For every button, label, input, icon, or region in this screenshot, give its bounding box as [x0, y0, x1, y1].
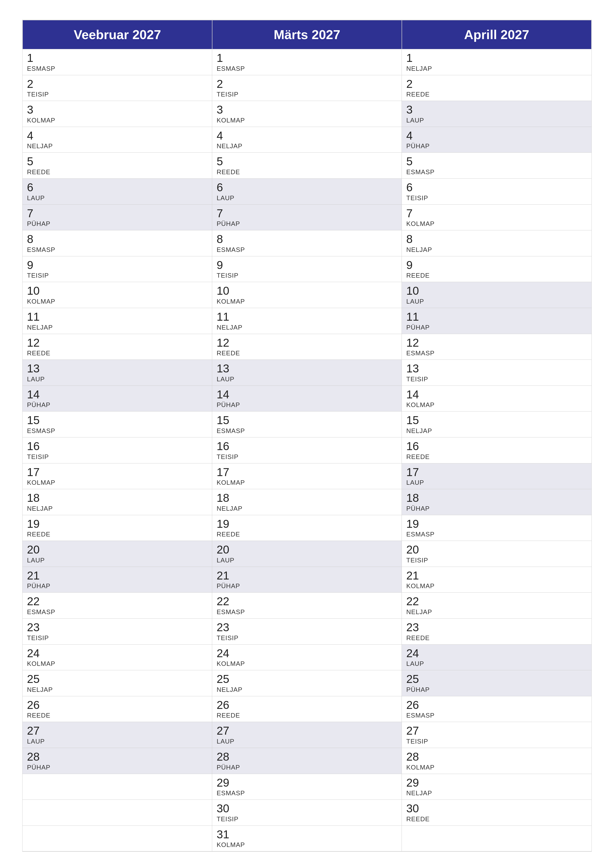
day-name: LAUP [217, 194, 397, 202]
day-name: NELJAP [406, 789, 587, 797]
day-name: ESMASP [217, 65, 397, 73]
day-name: TEISIP [217, 272, 397, 279]
day-number: 27 [406, 724, 587, 737]
day-name: KOLMAP [27, 660, 207, 668]
day-number: 19 [217, 518, 397, 530]
day-number: 28 [27, 750, 207, 763]
day-name: TEISIP [27, 272, 207, 279]
day-name: PÜHAP [27, 220, 207, 228]
day-number: 6 [217, 181, 397, 194]
day-cell: 25NELJAP [23, 670, 212, 696]
day-name: LAUP [406, 116, 587, 124]
day-name: NELJAP [406, 608, 587, 616]
calendar-icon: 7 [250, 867, 260, 868]
day-number: 23 [406, 621, 587, 634]
day-cell: 28PÜHAP [212, 748, 402, 774]
footer-area: 7 CALENDAR [22, 852, 592, 868]
day-cell: 12REEDE [212, 334, 402, 360]
day-name: KOLMAP [217, 116, 397, 124]
day-cell: 19REEDE [212, 515, 402, 541]
day-cell: 10KOLMAP [23, 282, 212, 308]
calendar-label: CALENDAR [263, 866, 364, 868]
day-cell: 27TEISIP [402, 722, 591, 748]
day-number: 22 [406, 595, 587, 608]
day-name: KOLMAP [406, 764, 587, 771]
day-number: 4 [27, 129, 207, 142]
day-name: PÜHAP [27, 582, 207, 590]
day-cell: 14PÜHAP [212, 386, 402, 412]
day-name: TEISIP [27, 91, 207, 98]
day-cell: 22ESMASP [212, 593, 402, 618]
day-number: 13 [217, 362, 397, 375]
day-name: NELJAP [406, 65, 587, 73]
day-name: ESMASP [217, 246, 397, 254]
day-number: 6 [27, 181, 207, 194]
day-name: TEISIP [406, 738, 587, 745]
day-cell: 4NELJAP [23, 127, 212, 153]
day-cell: 4PÜHAP [402, 127, 591, 153]
day-number: 8 [406, 233, 587, 245]
day-number: 5 [27, 155, 207, 168]
day-cell: 15ESMASP [23, 411, 212, 437]
day-name: TEISIP [217, 453, 397, 461]
day-name: NELJAP [27, 324, 207, 331]
day-number: 25 [406, 673, 587, 685]
day-number: 5 [217, 155, 397, 168]
day-name: LAUP [406, 660, 587, 668]
day-number: 3 [217, 104, 397, 116]
day-cell: 21KOLMAP [402, 567, 591, 593]
day-cell: 27LAUP [23, 722, 212, 748]
day-number: 25 [27, 673, 207, 685]
day-name: NELJAP [27, 686, 207, 694]
day-name: REEDE [27, 530, 207, 538]
day-cell: 12REEDE [23, 334, 212, 360]
day-name: NELJAP [217, 505, 397, 512]
day-name: PÜHAP [406, 142, 587, 150]
month-header-0: Veebruar 2027 [23, 20, 212, 49]
day-name: NELJAP [27, 142, 207, 150]
day-number: 29 [217, 777, 397, 789]
day-number: 18 [27, 491, 207, 504]
day-cell: 5REEDE [23, 153, 212, 179]
day-name: KOLMAP [27, 298, 207, 305]
day-number: 24 [406, 647, 587, 660]
day-cell: 28KOLMAP [402, 748, 591, 774]
day-number: 7 [406, 207, 587, 220]
day-name: KOLMAP [217, 660, 397, 668]
day-name: NELJAP [217, 686, 397, 694]
day-number: 15 [406, 414, 587, 426]
day-number: 26 [217, 699, 397, 711]
day-cell: 26REEDE [212, 696, 402, 722]
day-cell: 10LAUP [402, 282, 591, 308]
day-name: ESMASP [406, 349, 587, 357]
day-cell: 9REEDE [402, 256, 591, 282]
day-cell: 2REEDE [402, 75, 591, 101]
day-number: 18 [406, 491, 587, 504]
day-number: 3 [406, 104, 587, 116]
day-name: ESMASP [217, 789, 397, 797]
day-cell: 1ESMASP [212, 49, 402, 75]
day-cell: 21PÜHAP [212, 567, 402, 593]
day-number: 9 [217, 259, 397, 271]
day-name: TEISIP [27, 634, 207, 642]
day-cell: 1ESMASP [23, 49, 212, 75]
day-name: LAUP [217, 375, 397, 383]
day-cell: 3KOLMAP [212, 101, 402, 127]
day-number: 12 [217, 336, 397, 349]
day-name: KOLMAP [27, 116, 207, 124]
day-name: REEDE [217, 349, 397, 357]
day-number: 20 [217, 543, 397, 556]
day-cell: 29NELJAP [402, 774, 591, 800]
day-number: 10 [217, 285, 397, 297]
day-number: 24 [27, 647, 207, 660]
day-number: 21 [406, 569, 587, 582]
day-name: TEISIP [217, 91, 397, 98]
day-cell: 11NELJAP [23, 308, 212, 334]
day-number: 21 [217, 569, 397, 582]
footer-logo: 7 CALENDAR [250, 866, 364, 868]
day-number: 27 [217, 724, 397, 737]
day-cell: 12ESMASP [402, 334, 591, 360]
day-cell: 28PÜHAP [23, 748, 212, 774]
day-number: 7 [27, 207, 207, 220]
day-cell: 30TEISIP [212, 800, 402, 826]
